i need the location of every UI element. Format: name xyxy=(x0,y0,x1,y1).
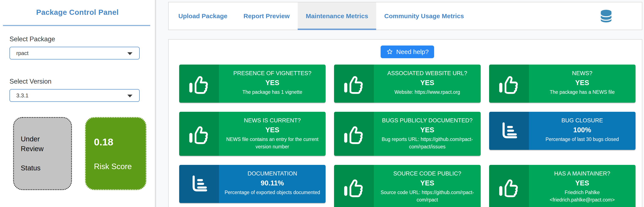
metric-title: ASSOCIATED WEBSITE URL? xyxy=(379,70,475,77)
metric-grid: PRESENCE OF VIGNETTES? YES The package h… xyxy=(179,64,636,207)
metric-title: BUG CLOSURE xyxy=(534,117,630,124)
metric-value: YES xyxy=(224,79,320,87)
select-package-label: Select Package xyxy=(10,35,155,43)
need-help-label: Need help? xyxy=(396,48,429,56)
select-version-label: Select Version xyxy=(10,78,155,85)
metric-value: YES xyxy=(379,179,475,187)
main-area: Upload PackageReport PreviewMaintenance … xyxy=(156,0,644,207)
select-version-dropdown[interactable]: 3.3.1 xyxy=(10,89,140,102)
thumbs-up-icon xyxy=(489,165,529,207)
metric-value: 90.11% xyxy=(224,179,320,187)
metric-subtitle: Website: https://www.rpact.org xyxy=(379,88,475,96)
metric-value: YES xyxy=(534,179,630,187)
select-package-value: rpact xyxy=(16,50,28,56)
status-badge-text: Under Review Status xyxy=(21,134,54,173)
thumbs-up-icon xyxy=(334,112,374,156)
chevron-down-icon xyxy=(127,94,132,97)
metric-subtitle: The package has 1 vignette xyxy=(224,88,320,96)
thumbs-up-icon xyxy=(489,64,529,103)
risk-score-label: Risk Score xyxy=(94,162,146,171)
status-badge: Under Review Status xyxy=(13,117,72,190)
need-help-button[interactable]: Need help? xyxy=(380,46,434,58)
metric-card: DOCUMENTATION 90.11% Percentage of expor… xyxy=(179,165,326,203)
chevron-down-icon xyxy=(127,52,132,55)
thumbs-up-icon xyxy=(334,165,374,207)
metric-value: 100% xyxy=(534,126,630,134)
thumbs-up-icon xyxy=(334,64,374,103)
tab-bar: Upload PackageReport PreviewMaintenance … xyxy=(168,2,642,30)
thumbs-up-icon xyxy=(179,64,219,103)
metric-title: DOCUMENTATION xyxy=(224,170,320,177)
metric-card: BUGS PUBLICLY DOCUMENTED? YES Bug report… xyxy=(334,112,480,156)
maintenance-metrics-panel: Need help? PRESENCE OF VIGNETTES? YES Th… xyxy=(168,39,642,207)
metric-subtitle: Bug reports URL: https://github.com/rpac… xyxy=(379,136,475,150)
metric-title: BUGS PUBLICLY DOCUMENTED? xyxy=(379,117,475,124)
bar-chart-icon xyxy=(179,165,219,203)
tab-community-usage-metrics[interactable]: Community Usage Metrics xyxy=(376,2,472,30)
tab-bar-tabs: Upload PackageReport PreviewMaintenance … xyxy=(170,2,472,30)
metric-subtitle: Source code URL: https://github.com/rpac… xyxy=(379,189,475,204)
star-icon xyxy=(386,48,393,56)
metric-title: NEWS IS CURRENT? xyxy=(224,117,320,124)
sidebar-divider xyxy=(3,25,150,26)
tab-report-preview[interactable]: Report Preview xyxy=(236,2,298,30)
metric-subtitle: NEWS file contains an entry for the curr… xyxy=(224,136,320,150)
app-root: Package Control Panel Select Package rpa… xyxy=(0,0,644,207)
tab-upload-package[interactable]: Upload Package xyxy=(170,2,236,30)
metric-card: HAS A MAINTAINER? YES Friedrich Pahlke <… xyxy=(489,165,636,207)
metric-card: ASSOCIATED WEBSITE URL? YES Website: htt… xyxy=(334,64,480,103)
metric-subtitle: Friedrich Pahlke <friedrich.pahlke@rpact… xyxy=(534,189,630,204)
risk-score-value: 0.18 xyxy=(94,136,146,148)
metric-title: HAS A MAINTAINER? xyxy=(534,170,630,177)
bar-chart-icon xyxy=(489,112,529,150)
select-version-value: 3.3.1 xyxy=(16,92,28,99)
metric-subtitle: Percentage of last 30 bugs closed xyxy=(534,136,630,143)
metric-card: BUG CLOSURE 100% Percentage of last 30 b… xyxy=(489,112,636,150)
metric-value: YES xyxy=(224,126,320,134)
metric-value: YES xyxy=(534,79,630,87)
metric-card: NEWS IS CURRENT? YES NEWS file contains … xyxy=(179,112,326,156)
metric-title: NEWS? xyxy=(534,70,630,77)
metric-value: YES xyxy=(379,126,475,134)
metric-title: SOURCE CODE PUBLIC? xyxy=(379,170,475,177)
thumbs-up-icon xyxy=(179,112,219,156)
metric-subtitle: The package has a NEWS file xyxy=(534,88,630,96)
metric-subtitle: Percentage of exported objects documente… xyxy=(224,189,320,196)
metric-card: PRESENCE OF VIGNETTES? YES The package h… xyxy=(179,64,326,103)
select-package-dropdown[interactable]: rpact xyxy=(10,47,140,60)
sidebar-title: Package Control Panel xyxy=(0,8,155,16)
metric-card: SOURCE CODE PUBLIC? YES Source code URL:… xyxy=(334,165,480,207)
badge-row: Under Review Status 0.18 Risk Score xyxy=(13,117,155,190)
database-icon[interactable] xyxy=(600,9,612,23)
risk-score-badge: 0.18 Risk Score xyxy=(85,117,146,190)
metric-card: NEWS? YES The package has a NEWS file xyxy=(489,64,636,103)
tab-maintenance-metrics[interactable]: Maintenance Metrics xyxy=(298,2,376,30)
metric-title: PRESENCE OF VIGNETTES? xyxy=(224,70,320,77)
package-control-panel: Package Control Panel Select Package rpa… xyxy=(0,0,155,207)
metric-value: YES xyxy=(379,79,475,87)
